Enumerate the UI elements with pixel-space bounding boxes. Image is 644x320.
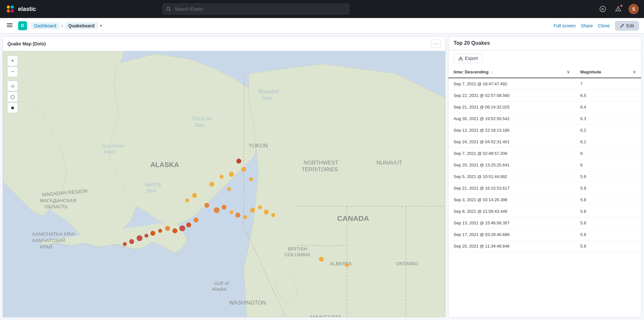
edit-button[interactable]: Edit (615, 21, 639, 31)
elastic-logo-icon (5, 4, 15, 14)
time-column-header[interactable]: time: Descending ↓ ∨ (448, 66, 575, 78)
breadcrumb-current: Quakeboard (65, 22, 98, 29)
svg-text:Gulf of: Gulf of (214, 280, 229, 286)
time-sort-icon: ↓ (491, 70, 493, 74)
svg-point-80 (319, 257, 324, 262)
magnitude-cell: 6.5 (575, 90, 641, 101)
magnitude-cell: 6.4 (575, 101, 641, 113)
svg-text:MINNESOTA: MINNESOTA (310, 315, 342, 317)
svg-point-59 (214, 207, 219, 213)
table-row[interactable]: Sep 17, 2021 @ 03:28:40.6865.8 (448, 229, 641, 240)
magnitude-cell: 5.8 (575, 217, 641, 229)
magnitude-cell: 6.3 (575, 113, 641, 125)
svg-point-2 (11, 5, 14, 9)
svg-point-74 (150, 231, 155, 236)
alerts-button[interactable] (613, 4, 623, 14)
share-button[interactable]: Share (581, 23, 593, 28)
table-row[interactable]: Sep 8, 2021 @ 21:59:43.4495.8 (448, 206, 641, 217)
zoom-in-button[interactable]: + (7, 56, 18, 66)
export-button[interactable]: Export (454, 53, 483, 63)
svg-point-73 (158, 229, 162, 233)
svg-point-79 (236, 159, 241, 164)
table-row[interactable]: Sep 12, 2021 @ 22:18:13.1806.2 (448, 125, 641, 136)
table-row[interactable]: Aug 30, 2021 @ 19:52:50.5426.3 (448, 113, 641, 125)
svg-point-68 (194, 218, 198, 222)
map-panel-title: Quake Map (Dots) (7, 41, 46, 46)
table-row[interactable]: Sep 21, 2021 @ 06:14:32.0256.4 (448, 101, 641, 113)
clone-button[interactable]: Clone (598, 23, 610, 28)
time-cell: Sep 21, 2021 @ 16:15:53.617 (448, 183, 575, 194)
magnitude-column-chevron[interactable]: ∨ (633, 70, 636, 74)
table-row[interactable]: Sep 3, 2021 @ 03:14:26.3985.8 (448, 194, 641, 206)
svg-point-67 (271, 213, 275, 217)
table-row[interactable]: Sep 7, 2021 @ 02:49:57.2086 (448, 148, 641, 159)
hamburger-button[interactable] (5, 21, 14, 31)
table-row[interactable]: Sep 7, 2021 @ 18:47:47.4927 (448, 78, 641, 90)
svg-point-10 (618, 10, 619, 11)
breadcrumb-chevron-button[interactable]: ▾ (100, 23, 102, 28)
elastic-logo: elastic (5, 4, 36, 14)
svg-text:⊕: ⊕ (601, 7, 604, 11)
magnitude-cell: 5.9 (575, 171, 641, 183)
alert-badge (620, 5, 623, 7)
table-row[interactable]: Sep 21, 2021 @ 16:15:53.6175.9 (448, 183, 641, 194)
time-cell: Sep 7, 2021 @ 02:49:57.208 (448, 148, 575, 159)
select-tool-button[interactable]: ⊹ (7, 81, 18, 91)
svg-text:море: море (104, 149, 115, 154)
time-cell: Sep 21, 2021 @ 06:14:32.025 (448, 101, 575, 113)
time-cell: Sep 8, 2021 @ 21:59:43.449 (448, 206, 575, 217)
time-cell: Sep 7, 2021 @ 18:47:47.492 (448, 78, 575, 90)
table-row[interactable]: Sep 24, 2021 @ 04:52:31.4016.1 (448, 136, 641, 148)
svg-point-72 (165, 226, 170, 231)
table-row[interactable]: Sep 22, 2021 @ 02:57:08.5606.5 (448, 90, 641, 101)
dashboard-icon: D (18, 21, 27, 30)
rectangle-tool-button[interactable]: ■ (7, 103, 18, 113)
svg-point-78 (123, 242, 127, 246)
table-row[interactable]: Sep 13, 2021 @ 15:46:06.3575.8 (448, 217, 641, 229)
right-panel-title: Top 20 Quakes (448, 36, 641, 50)
main-content: Quake Map (Dots) ⋯ + − ⊹ ⬡ ■ (0, 33, 644, 320)
svg-text:CANADA: CANADA (337, 214, 369, 222)
svg-point-75 (144, 234, 148, 238)
breadcrumb-dashboard[interactable]: Dashboard (31, 22, 60, 29)
magnitude-cell: 6.2 (575, 125, 641, 136)
svg-point-64 (250, 208, 255, 212)
polygon-tool-button[interactable]: ⬡ (7, 92, 18, 102)
search-wrapper (163, 4, 350, 14)
time-column-chevron[interactable]: ∨ (567, 70, 570, 74)
svg-point-65 (258, 205, 262, 209)
svg-point-71 (172, 228, 177, 233)
user-avatar-button[interactable]: S (629, 4, 639, 14)
table-row[interactable]: Sep 20, 2021 @ 13:25:25.6416 (448, 159, 641, 171)
time-cell: Sep 20, 2021 @ 11:34:48.646 (448, 240, 575, 252)
svg-text:Beaufort: Beaufort (258, 89, 279, 95)
svg-text:КРАЙ: КРАЙ (40, 244, 52, 249)
top-nav: elastic ⊕ S (0, 0, 644, 18)
table-row[interactable]: Sep 20, 2021 @ 11:34:48.6465.8 (448, 240, 641, 252)
svg-point-60 (222, 205, 226, 210)
nav-actions: Full screen Share Clone Edit (553, 21, 639, 31)
fullscreen-button[interactable]: Full screen (553, 23, 575, 28)
map-options-button[interactable]: ⋯ (431, 40, 441, 48)
search-input[interactable] (163, 4, 350, 14)
magnitude-column-header[interactable]: Magnitude ∨ (575, 66, 641, 78)
table-header: time: Descending ↓ ∨ Magnitude ∨ (448, 66, 641, 78)
svg-text:Sea: Sea (262, 95, 272, 101)
svg-text:BRITISH: BRITISH (288, 246, 307, 251)
map-panel: Quake Map (Dots) ⋯ + − ⊹ ⬡ ■ (3, 36, 446, 317)
svg-point-66 (264, 210, 269, 214)
magnitude-cell: 5.8 (575, 240, 641, 252)
export-label: Export (465, 56, 478, 61)
table-row[interactable]: Sep 5, 2021 @ 10:51:44.9925.9 (448, 171, 641, 183)
svg-text:Sea: Sea (146, 187, 156, 194)
table-header-row: time: Descending ↓ ∨ Magnitude ∨ (448, 66, 641, 78)
time-cell: Sep 22, 2021 @ 02:57:08.560 (448, 90, 575, 101)
time-cell: Sep 13, 2021 @ 15:46:06.357 (448, 217, 575, 229)
time-cell: Sep 20, 2021 @ 13:25:25.641 (448, 159, 575, 171)
zoom-out-button[interactable]: − (7, 67, 18, 77)
time-cell: Sep 5, 2021 @ 10:51:44.992 (448, 171, 575, 183)
svg-point-50 (241, 167, 246, 172)
notifications-button[interactable]: ⊕ (598, 4, 608, 14)
toolbar-separator (7, 78, 18, 80)
svg-line-6 (169, 10, 170, 11)
